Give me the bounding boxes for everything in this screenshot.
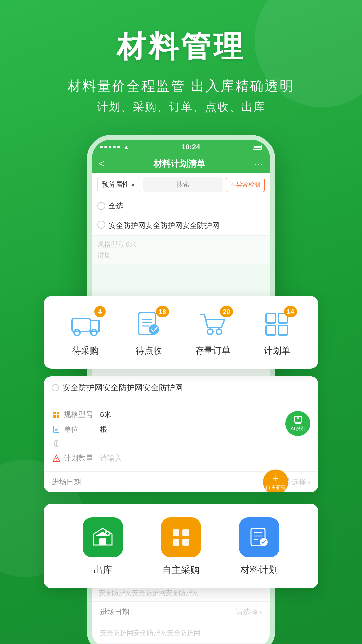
frag-date-right: 请选择 › <box>236 607 262 617</box>
warning-icon: ⚠ <box>230 181 235 188</box>
dot-2 <box>104 146 107 148</box>
search-placeholder: 搜索 <box>176 181 190 188</box>
svg-point-3 <box>91 330 97 336</box>
budget-filter[interactable]: 预算属性 ∨ <box>97 177 140 192</box>
quantity-placeholder[interactable]: 请输入 <box>100 453 122 463</box>
svg-rect-40 <box>173 539 179 546</box>
back-icon[interactable]: < <box>99 158 104 169</box>
header-section: 材料管理 材料量价全程监管 出入库精确透明 计划、采购、订单、点收、出库 <box>0 0 362 115</box>
item-more-icon[interactable]: ··· <box>259 221 265 228</box>
pending-check-icon-wrap: 18 <box>132 309 166 339</box>
action-item-pending-purchase[interactable]: 4 待采购 <box>69 309 102 357</box>
select-all-checkbox[interactable] <box>97 202 105 210</box>
feature-item-material-plan[interactable]: 材料计划 <box>239 517 279 576</box>
battery-fill <box>254 146 259 148</box>
filter-select-label: 预算属性 <box>102 180 129 189</box>
svg-rect-17 <box>53 415 56 418</box>
svg-rect-18 <box>57 415 59 418</box>
frag-date-row: 进场日期 请选择 › <box>92 602 270 623</box>
nav-bar: < 材料计划清单 ··· <box>92 154 270 173</box>
svg-point-8 <box>149 324 159 334</box>
subtitle-1: 材料量价全程监管 出入库精确透明 <box>0 77 362 95</box>
spec-value: 6米 <box>100 410 111 420</box>
material-plan-label: 材料计划 <box>240 564 278 576</box>
spec-label: 规格型号 <box>64 410 97 420</box>
svg-rect-15 <box>53 412 56 414</box>
plan-badge: 14 <box>284 306 297 317</box>
svg-rect-38 <box>173 529 179 536</box>
svg-rect-41 <box>182 539 189 546</box>
frag-extra-content: 安全防护网安全防护网安全防护网 <box>100 629 200 636</box>
cart-grid-icon <box>170 527 192 548</box>
ai-btn-circle[interactable]: AI识别 <box>285 411 310 436</box>
detail-card: 安全防护网安全防护网安全防护网 ··· 规格型号 6米 <box>44 376 318 492</box>
ai-label: AI识别 <box>290 426 305 432</box>
ai-identify-btn[interactable]: AI识别 <box>285 411 310 436</box>
outbound-label: 出库 <box>94 564 112 576</box>
svg-rect-13 <box>266 326 276 335</box>
pending-purchase-badge: 4 <box>94 306 106 317</box>
subtitle-2: 计划、采购、订单、点收、出库 <box>0 99 362 115</box>
svg-point-2 <box>74 330 80 336</box>
nav-title: 材料计划清单 <box>153 158 205 170</box>
feature-item-outbound[interactable]: 出库 <box>83 517 123 576</box>
more-icon[interactable]: ··· <box>255 159 263 168</box>
action-item-pending-check[interactable]: 18 待点收 <box>132 309 166 357</box>
frag-date-value: 请选择 <box>236 607 258 617</box>
date-arrow-icon: › <box>308 478 310 486</box>
detail-more-icon[interactable]: ··· <box>305 384 310 391</box>
warehouse-icon <box>92 527 114 548</box>
search-input[interactable]: 搜索 <box>143 177 223 192</box>
stock-order-badge: 20 <box>220 306 233 317</box>
self-new-btn[interactable]: + 自主新建 <box>263 470 288 493</box>
dot-4 <box>113 146 116 148</box>
grid-small-icon <box>53 411 60 418</box>
spec-icon <box>52 410 61 419</box>
item-checkbox[interactable] <box>97 221 105 229</box>
dot-5 <box>117 146 120 148</box>
svg-rect-39 <box>182 529 189 536</box>
chevron-down-icon: ∨ <box>131 181 135 188</box>
svg-rect-33 <box>99 538 106 545</box>
plan-icon-wrap: 14 <box>260 309 294 339</box>
spec-field-row: 规格型号 6米 <box>52 410 310 420</box>
filter-bar: 预算属性 ∨ 搜索 ⚠ 异常检测 <box>92 173 270 196</box>
frag-date-label: 进场日期 <box>100 607 129 617</box>
quantity-warn-icon <box>52 453 61 463</box>
svg-rect-16 <box>57 412 59 414</box>
self-new-circle[interactable]: + 自主新建 <box>263 470 288 493</box>
list-item[interactable]: 安全防护网安全防护网安全防护网 ··· <box>92 216 270 236</box>
status-time: 10:24 <box>181 143 200 151</box>
self-new-label: 自主新建 <box>266 484 286 491</box>
detail-title-row: 安全防护网安全防护网安全防护网 ··· <box>52 382 310 393</box>
abnormal-detect-btn[interactable]: ⚠ 异常检测 <box>226 178 265 192</box>
triangle-warn-icon <box>53 454 60 462</box>
feature-item-self-purchase[interactable]: 自主采购 <box>161 517 201 576</box>
action-item-stock-order[interactable]: 20 存量订单 <box>195 309 230 357</box>
ai-icon <box>293 415 303 425</box>
quantity-field-row: 计划数量 请输入 <box>52 453 310 463</box>
action-item-plan[interactable]: 14 计划单 <box>260 309 294 357</box>
frag-date-arrow: › <box>260 608 262 616</box>
select-all-row[interactable]: 全选 <box>92 196 270 216</box>
battery-tip <box>259 146 261 148</box>
signal-dots: ▲ <box>100 144 129 150</box>
stock-order-icon-wrap: 20 <box>196 309 230 339</box>
dot-3 <box>109 146 111 148</box>
stock-order-label: 存量订单 <box>195 345 230 357</box>
date-label: 进场日期 <box>52 477 81 487</box>
date-row: 进场日期 请选择 › + 自主新建 <box>44 472 318 492</box>
pending-purchase-icon-wrap: 4 <box>69 309 102 339</box>
detail-checkbox[interactable] <box>52 384 59 391</box>
page-title: 材料管理 <box>0 27 362 67</box>
frag-name-text: 安全防护网安全防护网安全防护网 <box>99 589 199 596</box>
detail-item-header: 安全防护网安全防护网安全防护网 ··· <box>44 376 318 404</box>
unit-label: 单位 <box>64 424 97 434</box>
item-name: 安全防护网安全防护网安全防护网 <box>109 221 256 231</box>
plus-icon: + <box>273 474 279 484</box>
self-purchase-icon-box <box>161 517 201 557</box>
battery-icon <box>253 145 262 150</box>
svg-point-25 <box>56 460 57 461</box>
material-plan-icon <box>248 527 270 548</box>
quick-action-card: 4 待采购 18 待点收 <box>44 296 318 369</box>
